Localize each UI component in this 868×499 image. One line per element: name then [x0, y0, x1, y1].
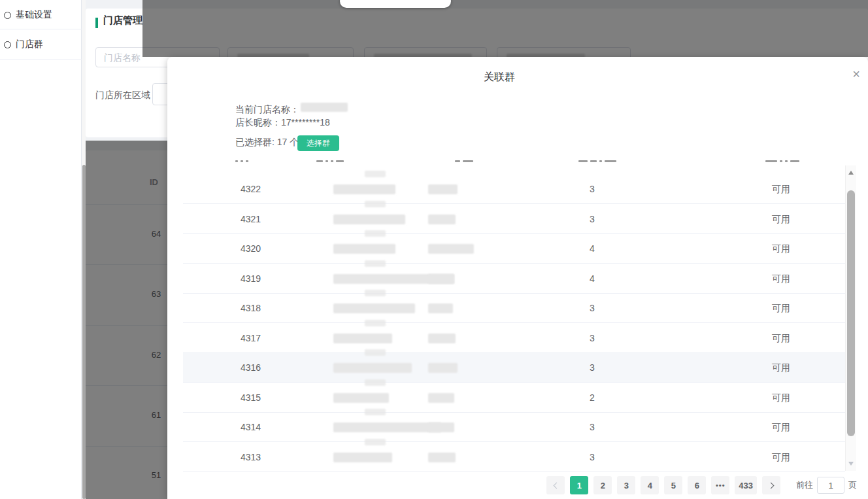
modal-overlay[interactable]: [86, 141, 167, 499]
group-name-redacted: [333, 393, 389, 403]
table-row[interactable]: 4322 3 可用: [183, 175, 845, 204]
redacted-fragment: [365, 171, 386, 177]
next-page-button[interactable]: [762, 476, 780, 494]
group-name-redacted: [333, 303, 415, 313]
page-button-6[interactable]: 6: [688, 476, 706, 494]
member-count-cell: 3: [579, 184, 605, 194]
circle-icon: [4, 41, 11, 48]
table-row[interactable]: 4321 3 可用: [183, 205, 845, 234]
redacted-fragment: [365, 201, 386, 207]
group-id-cell: 4316: [241, 362, 261, 373]
scrollbar-thumb[interactable]: [847, 190, 855, 436]
status-cell: 可用: [766, 362, 796, 374]
group-name-redacted: [333, 244, 395, 254]
region-label: 门店所在区域: [95, 90, 150, 101]
goto-page-input[interactable]: [817, 477, 844, 494]
group-owner-redacted: [428, 274, 454, 284]
prev-page-button[interactable]: [546, 476, 565, 494]
status-cell: 可用: [766, 422, 796, 434]
group-id-cell: 4315: [241, 392, 261, 403]
sidebar-item-label: 门店群: [16, 39, 43, 50]
member-count-cell: 3: [579, 422, 605, 432]
redacted-fragment: [365, 320, 386, 326]
status-cell: 可用: [766, 184, 796, 196]
goto-unit-label: 页: [848, 479, 857, 491]
store-name-label: 当前门店名称：: [235, 104, 299, 116]
more-pages-button[interactable]: •••: [711, 476, 729, 494]
manager-value: 17********18: [281, 117, 330, 128]
group-name-redacted: [333, 453, 392, 462]
group-owner-redacted: [428, 334, 456, 343]
table-row[interactable]: 4314 3 可用: [183, 413, 845, 442]
member-count-cell: 4: [579, 243, 605, 254]
table-header-clipped: [316, 160, 344, 162]
member-count-cell: 3: [579, 362, 605, 373]
status-cell: 可用: [766, 303, 796, 315]
redacted-fragment: [365, 409, 386, 415]
top-center-panel-fragment: [340, 0, 451, 8]
table-row[interactable]: 4317 3 可用: [183, 324, 845, 353]
select-group-button[interactable]: 选择群: [297, 135, 339, 151]
page-button-1[interactable]: 1: [570, 476, 588, 494]
group-id-cell: 4313: [241, 452, 261, 462]
scroll-up-arrow-icon[interactable]: [848, 171, 854, 175]
status-cell: 可用: [766, 273, 796, 285]
sidebar-item-store-groups[interactable]: 门店群: [0, 35, 82, 54]
manager-label: 店长昵称：: [235, 117, 281, 128]
member-count-cell: 3: [579, 452, 605, 462]
page-title: 门店管理: [103, 14, 142, 27]
group-name-redacted: [333, 363, 412, 373]
circle-icon: [4, 12, 11, 19]
page-button-4[interactable]: 4: [641, 476, 659, 494]
page-button-5[interactable]: 5: [664, 476, 682, 494]
member-count-cell: 2: [579, 392, 605, 403]
redacted-fragment: [365, 230, 386, 237]
status-cell: 可用: [766, 392, 796, 404]
member-count-cell: 4: [579, 273, 605, 284]
scrollbar-thumb[interactable]: [82, 165, 86, 499]
group-name-redacted: [333, 184, 395, 194]
redacted-fragment: [365, 290, 386, 296]
group-id-cell: 4320: [241, 243, 261, 254]
page-button-2[interactable]: 2: [593, 476, 612, 494]
group-owner-redacted: [428, 244, 474, 254]
group-owner-redacted: [428, 363, 458, 373]
table-row[interactable]: 4320 4 可用: [183, 234, 845, 264]
member-count-cell: 3: [579, 214, 605, 224]
table-row[interactable]: 4319 4 可用: [183, 264, 845, 294]
title-marker: [95, 18, 98, 28]
status-cell: 可用: [766, 243, 796, 255]
table-header-clipped: [578, 160, 616, 162]
close-icon[interactable]: ×: [847, 65, 865, 83]
redacted-fragment: [365, 439, 386, 445]
group-name-redacted: [333, 334, 392, 343]
table-row[interactable]: 4315 2 可用: [183, 383, 845, 413]
status-cell: 可用: [766, 214, 796, 226]
screen: 基础设置 门店群 门店管理 门店所在区域 ID 64 63: [0, 0, 868, 499]
modal-overlay[interactable]: [142, 0, 868, 57]
pagination: 1 2 3 4 5 6 ••• 433 前往 页: [544, 476, 857, 494]
sidebar: 基础设置 门店群: [0, 0, 82, 499]
page-button-last[interactable]: 433: [735, 476, 757, 494]
member-count-cell: 3: [579, 333, 605, 343]
scroll-down-arrow-icon[interactable]: [848, 462, 854, 466]
chevron-right-icon: [767, 482, 774, 489]
page-button-3[interactable]: 3: [617, 476, 635, 494]
group-name-redacted: [333, 215, 405, 224]
table-row[interactable]: 4313 3 可用: [183, 443, 845, 472]
sidebar-item-basic-settings[interactable]: 基础设置: [0, 5, 82, 25]
group-owner-redacted: [428, 422, 454, 432]
dialog-title: 关联群: [484, 71, 515, 84]
table-row[interactable]: 4316 3 可用: [183, 353, 845, 383]
redacted-fragment: [365, 379, 386, 386]
manager-nickname-line: 店长昵称：17********18: [235, 117, 330, 129]
associated-groups-dialog: 关联群 × 当前门店名称： 店长昵称：17********18 已选择群: 17…: [167, 57, 868, 499]
member-count-cell: 3: [579, 303, 605, 313]
redacted-fragment: [365, 349, 386, 356]
redacted-fragment: [365, 260, 386, 267]
table-scrollbar[interactable]: [845, 165, 856, 471]
table-row[interactable]: 4318 3 可用: [183, 294, 845, 323]
group-id-cell: 4319: [241, 273, 261, 284]
group-id-cell: 4314: [241, 422, 261, 432]
table-header-clipped: [765, 160, 799, 162]
